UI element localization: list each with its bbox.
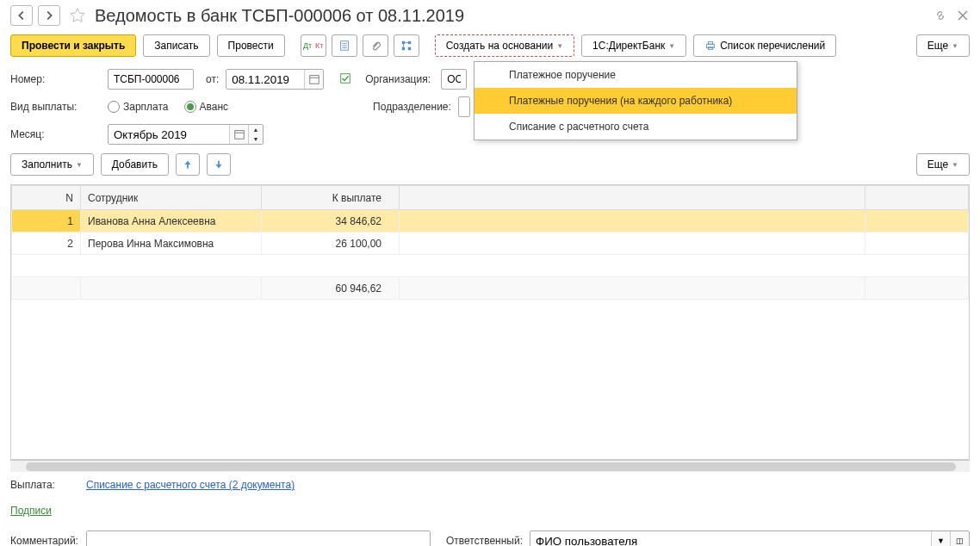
nav-forward-button[interactable]: [38, 5, 60, 26]
close-icon[interactable]: [956, 9, 970, 22]
totals-row: 60 946,62: [12, 277, 969, 300]
cell-n: 1: [12, 210, 81, 233]
more-sub-label: Еще: [927, 158, 948, 171]
post-button[interactable]: Провести: [217, 34, 285, 57]
more-button-sub[interactable]: Еще ▼: [916, 153, 970, 176]
cell-emp: Перова Инна Максимовна: [81, 233, 262, 255]
chevron-down-icon: ▼: [556, 42, 563, 50]
attach-icon-button[interactable]: [363, 34, 388, 57]
more-button-top[interactable]: Еще ▼: [916, 34, 970, 57]
salary-radio-label: Зарплата: [123, 101, 169, 113]
comment-label: Комментарий:: [10, 535, 79, 546]
col-header-emp[interactable]: Сотрудник: [81, 186, 262, 210]
dropdown-item-payment-orders-each[interactable]: Платежные поручения (на каждого работник…: [474, 88, 797, 114]
cell-pay: 26 100,00: [262, 233, 400, 255]
advance-radio[interactable]: Аванс: [184, 101, 229, 113]
employees-table: N Сотрудник К выплате 1 Иванова Анна Але…: [10, 184, 970, 460]
svg-rect-6: [401, 47, 405, 51]
horizontal-scrollbar[interactable]: [10, 460, 970, 472]
svg-rect-11: [709, 42, 713, 45]
svg-rect-5: [407, 41, 411, 45]
direct-bank-button[interactable]: 1С:ДиректБанк ▼: [581, 34, 686, 57]
date-input[interactable]: [226, 70, 304, 89]
cell-emp: Иванова Анна Алексеевна: [81, 210, 262, 233]
star-icon[interactable]: [69, 7, 86, 24]
responsible-label: Ответственный:: [446, 535, 523, 546]
svg-rect-4: [401, 41, 405, 45]
month-label: Месяц:: [10, 128, 101, 140]
signatures-link[interactable]: Подписи: [10, 505, 52, 517]
link-icon[interactable]: [933, 9, 947, 22]
create-based-dropdown: Платежное поручение Платежные поручения …: [474, 61, 797, 140]
chevron-down-icon: ▼: [76, 161, 83, 169]
direct-bank-label: 1С:ДиректБанк: [592, 40, 665, 52]
responsible-dropdown-button[interactable]: ▼: [931, 531, 950, 546]
dept-input[interactable]: [458, 96, 470, 117]
month-field[interactable]: ▲ ▼: [108, 124, 264, 145]
dropdown-item-payment-order[interactable]: Платежное поручение: [474, 62, 797, 88]
chevron-down-icon: ▼: [668, 42, 675, 50]
svg-rect-15: [341, 73, 350, 83]
responsible-input[interactable]: [530, 531, 931, 546]
payment-type-label: Вид выплаты:: [10, 101, 101, 113]
comment-input[interactable]: [87, 531, 430, 546]
svg-rect-13: [310, 76, 319, 84]
move-down-button[interactable]: [207, 153, 231, 176]
advance-radio-label: Аванс: [200, 101, 229, 113]
passed-icon: [339, 72, 351, 87]
create-based-button[interactable]: Создать на основании ▼: [435, 34, 574, 57]
col-header-n[interactable]: N: [12, 186, 81, 210]
fill-button[interactable]: Заполнить ▼: [10, 153, 94, 176]
chevron-down-icon: ▼: [952, 161, 958, 169]
dept-label: Подразделение:: [373, 101, 451, 113]
transfer-list-label: Список перечислений: [720, 40, 825, 52]
org-input[interactable]: [441, 69, 467, 90]
col-header-empty: [400, 186, 865, 210]
document-icon-button[interactable]: [332, 34, 357, 57]
total-value: 60 946,62: [262, 277, 400, 300]
svg-rect-7: [407, 47, 411, 51]
empty-area: [12, 255, 969, 277]
responsible-open-button[interactable]: ◫: [950, 531, 969, 546]
month-input[interactable]: [109, 125, 229, 144]
salary-radio[interactable]: Зарплата: [108, 101, 169, 113]
dtkt-button[interactable]: ДтКт: [301, 34, 326, 57]
table-row[interactable]: 1 Иванова Анна Алексеевна 34 846,62: [12, 210, 969, 233]
move-up-button[interactable]: [176, 153, 200, 176]
post-and-close-button[interactable]: Провести и закрыть: [10, 34, 136, 57]
add-button[interactable]: Добавить: [101, 153, 169, 176]
page-title: Ведомость в банк ТСБП-000006 от 08.11.20…: [95, 6, 464, 26]
number-input[interactable]: [108, 69, 194, 90]
nav-back-button[interactable]: [10, 5, 33, 26]
number-label: Номер:: [10, 73, 101, 85]
transfer-list-button[interactable]: Список перечислений: [693, 34, 836, 57]
create-based-label: Создать на основании: [446, 40, 554, 52]
month-up-button[interactable]: ▲: [249, 125, 263, 134]
col-header-pay[interactable]: К выплате: [262, 186, 400, 210]
svg-rect-16: [234, 131, 244, 140]
table-row[interactable]: 2 Перова Инна Максимовна 26 100,00: [12, 233, 969, 255]
col-header-last: [865, 186, 969, 210]
payment-link[interactable]: Списание с расчетного счета (2 документа…: [86, 479, 295, 491]
fill-label: Заполнить: [22, 158, 72, 171]
org-label: Организация:: [365, 73, 434, 85]
date-field[interactable]: [226, 69, 324, 90]
chevron-down-icon: ▼: [952, 42, 958, 50]
cell-n: 2: [12, 233, 81, 255]
more-label: Еще: [927, 40, 948, 52]
payment-label: Выплата:: [10, 479, 79, 491]
cell-pay: 34 846,62: [262, 210, 400, 233]
month-down-button[interactable]: ▼: [249, 134, 263, 144]
save-button[interactable]: Записать: [143, 34, 209, 57]
structure-icon-button[interactable]: [394, 34, 419, 57]
printer-icon: [704, 40, 716, 52]
from-label: от:: [206, 73, 219, 85]
calendar-icon-button[interactable]: [304, 70, 323, 89]
dropdown-item-writeoff[interactable]: Списание с расчетного счета: [474, 114, 797, 140]
month-calendar-button[interactable]: [229, 125, 248, 144]
